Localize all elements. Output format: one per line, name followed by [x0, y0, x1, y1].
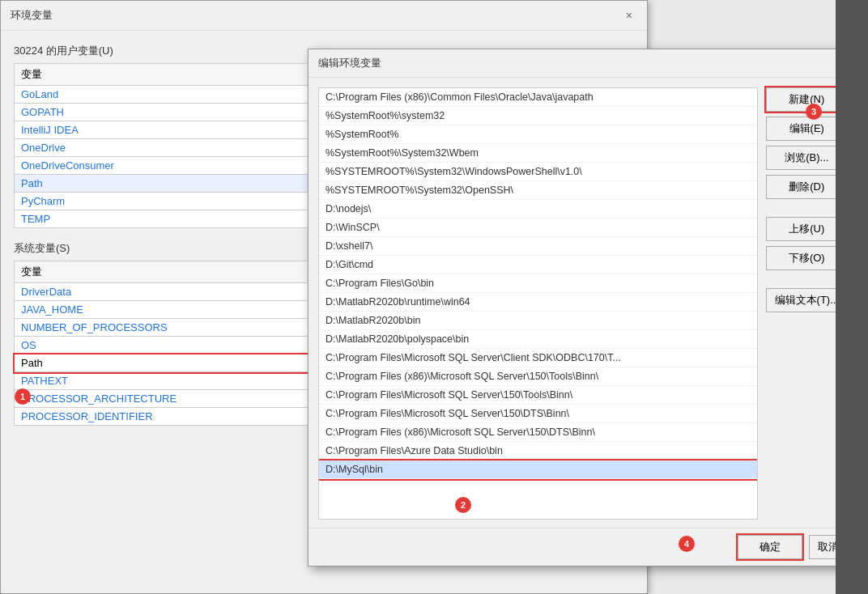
path-list-item[interactable]: %SYSTEMROOT%\System32\WindowsPowerShell\…: [319, 163, 757, 181]
dialog-footer: 确定 取消: [308, 528, 857, 566]
path-list-item[interactable]: C:\Program Files\Azure Data Studio\bin: [319, 442, 757, 460]
path-list-item[interactable]: D:\WinSCP\: [319, 219, 757, 237]
bg-window-title: 环境变量: [11, 8, 53, 23]
user-var-name: GoLand: [15, 86, 321, 104]
bg-window-titlebar: 环境变量 ×: [1, 1, 647, 31]
path-list-item[interactable]: C:\Program Files (x86)\Common Files\Orac…: [319, 88, 757, 107]
path-list-item[interactable]: D:\MySql\bin: [319, 460, 757, 479]
path-list-item[interactable]: D:\Git\cmd: [319, 256, 757, 274]
dialog-titlebar: 编辑环境变量 ×: [308, 49, 857, 78]
user-var-name: IntelliJ IDEA: [15, 121, 321, 139]
path-list-item[interactable]: C:\Program Files\Microsoft SQL Server\Cl…: [319, 349, 757, 367]
right-strip: [836, 0, 868, 594]
path-list-item[interactable]: D:\xshell7\: [319, 237, 757, 256]
user-col-var: 变量: [15, 64, 321, 86]
path-list-item[interactable]: D:\MatlabR2020b\runtime\win64: [319, 293, 757, 312]
user-var-name: GOPATH: [15, 104, 321, 121]
user-var-name: OneDrive: [15, 139, 321, 157]
path-list-item[interactable]: C:\Program Files\Microsoft SQL Server\15…: [319, 386, 757, 405]
badge-3: 3: [806, 104, 822, 120]
badge-2: 2: [455, 497, 471, 513]
path-list-item[interactable]: C:\Program Files\Microsoft SQL Server\15…: [319, 405, 757, 423]
dialog-body: C:\Program Files (x86)\Common Files\Orac…: [308, 78, 857, 529]
path-list-item[interactable]: %SystemRoot%\System32\Wbem: [319, 144, 757, 163]
path-list-item[interactable]: C:\Program Files\Go\bin: [319, 274, 757, 293]
user-var-name: TEMP: [15, 210, 321, 228]
path-list-item[interactable]: C:\Program Files (x86)\Microsoft SQL Ser…: [319, 423, 757, 442]
badge-1: 1: [15, 388, 31, 405]
badge-4: 4: [679, 536, 695, 552]
path-list-item[interactable]: D:\nodejs\: [319, 200, 757, 219]
dialog-title: 编辑环境变量: [318, 56, 381, 70]
path-list-item[interactable]: %SYSTEMROOT%\System32\OpenSSH\: [319, 181, 757, 200]
path-list-item[interactable]: %SystemRoot%\system32: [319, 107, 757, 125]
path-list-item[interactable]: %SystemRoot%: [319, 125, 757, 144]
bg-window-close[interactable]: ×: [621, 7, 637, 23]
edit-env-dialog: 编辑环境变量 × C:\Program Files (x86)\Common F…: [308, 49, 858, 566]
path-list-item[interactable]: D:\MatlabR2020b\polyspace\bin: [319, 330, 757, 349]
user-var-name: OneDriveConsumer: [15, 157, 321, 175]
path-list-item[interactable]: D:\MatlabR2020b\bin: [319, 312, 757, 330]
user-var-name: Path: [15, 175, 321, 193]
ok-button[interactable]: 确定: [738, 535, 802, 559]
path-list[interactable]: C:\Program Files (x86)\Common Files\Orac…: [318, 87, 758, 520]
user-var-name: PyCharm: [15, 193, 321, 210]
path-list-item[interactable]: C:\Program Files (x86)\Microsoft SQL Ser…: [319, 367, 757, 386]
